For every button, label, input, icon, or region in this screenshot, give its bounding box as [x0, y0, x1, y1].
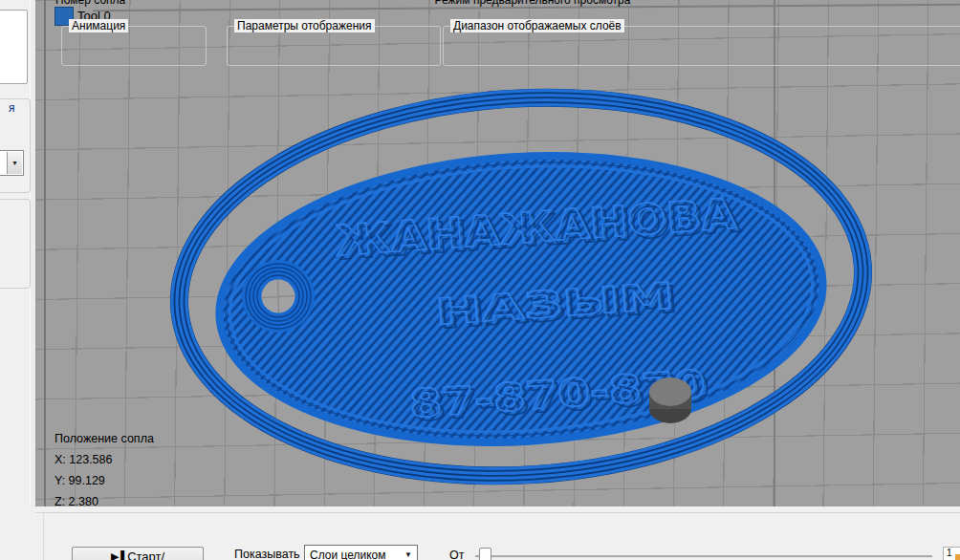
animation-group-title: Анимация: [69, 19, 128, 32]
layer-from-slider[interactable]: [475, 545, 932, 560]
slider-track[interactable]: [475, 555, 932, 558]
start-pause-button[interactable]: ▶▐ Старт/: [72, 547, 204, 560]
layer-range-title: Диапазон отображаемых слоёв: [450, 19, 624, 32]
panel-splitter: [43, 513, 44, 560]
sidebar-caption-fragment: я: [9, 101, 15, 115]
sidebar-groupbox-1: [0, 98, 31, 193]
panel-divider: [35, 512, 960, 513]
layer-range-groupbox: Диапазон отображаемых слоёв: [443, 26, 960, 66]
show-label: Показывать: [234, 548, 300, 560]
nozzle-y-value: Y: 99.129: [55, 470, 154, 491]
sidebar-list-box[interactable]: [0, 10, 28, 84]
start-pause-label: Старт/: [127, 549, 164, 560]
tag-hole: [242, 260, 315, 333]
left-sidebar: я ▼: [0, 0, 35, 560]
legend-title: Номер сопла: [55, 0, 125, 7]
play-pause-icon: ▶▐: [111, 549, 122, 560]
gcode-scene: ЖАНАЖАНОВА ЖАНАЖАНОВА НАЗЫМ НАЗЫМ 87-870…: [35, 0, 960, 506]
gcode-preview-viewport[interactable]: ЖАНАЖАНОВА ЖАНАЖАНОВА НАЗЫМ НАЗЫМ 87-870…: [35, 0, 960, 506]
sidebar-dropdown[interactable]: ▼: [0, 150, 24, 176]
layer-display-mode-value: Слои целиком: [310, 549, 386, 560]
chevron-down-icon[interactable]: ▼: [7, 152, 22, 174]
display-params-groupbox: Параметры отображения: [227, 26, 441, 66]
sidebar-groupbox-2: [0, 199, 31, 289]
animation-groupbox: Анимация: [61, 26, 207, 66]
nozzle-z-value: Z: 2.380: [55, 491, 154, 506]
nozzle-marker-cylinder: [649, 377, 691, 423]
nozzle-x-value: X: 123.586: [55, 449, 154, 470]
layer-display-mode-select[interactable]: Слои целиком ▼: [304, 545, 418, 560]
slider-thumb[interactable]: [479, 548, 491, 560]
from-label: От: [449, 549, 464, 560]
display-params-title: Параметры отображения: [234, 19, 375, 32]
chevron-down-icon: ▼: [404, 550, 412, 559]
nozzle-position-readout: Положение сопла X: 123.586 Y: 99.129 Z: …: [55, 428, 154, 506]
spinbox-marker: [955, 554, 960, 560]
nozzle-position-title: Положение сопла: [55, 428, 154, 449]
preview-mode-label: Режим предварительного просмотра: [423, 0, 643, 7]
